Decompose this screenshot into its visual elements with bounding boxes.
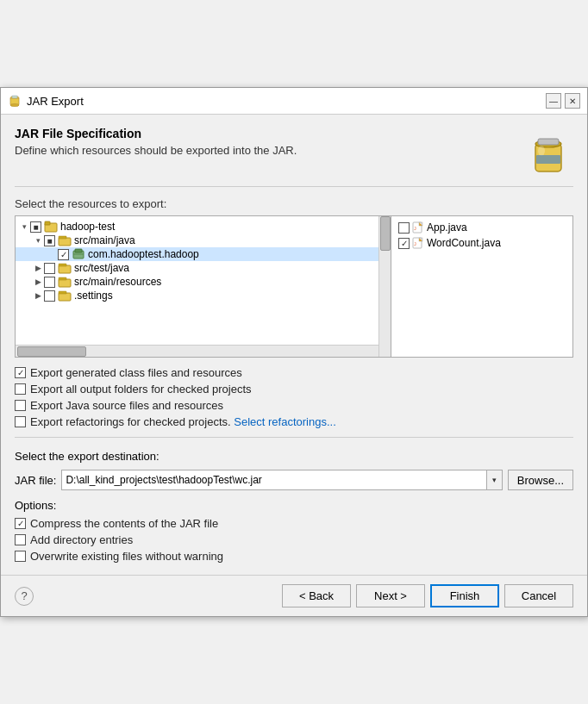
cb-src-test-java[interactable] <box>44 263 55 274</box>
cb-settings[interactable] <box>44 290 55 302</box>
cb-overwrite[interactable] <box>15 551 26 562</box>
folder-icon-settings <box>58 290 72 302</box>
label-compress: Compress the contents of the JAR file <box>30 517 218 530</box>
tree-item-src-main-java[interactable]: ▾ ■ src/main/java <box>16 234 378 247</box>
option-row-compress: ✓ Compress the contents of the JAR file <box>15 517 573 530</box>
tree-scrollbar-thumb-h[interactable] <box>17 346 86 357</box>
title-bar: JAR Export — ✕ <box>1 88 587 115</box>
next-button[interactable]: Next > <box>356 584 425 607</box>
svg-rect-20 <box>59 293 71 301</box>
option-row-2: Export all output folders for checked pr… <box>15 383 573 396</box>
header-area: JAR File Specification Define which reso… <box>15 127 573 187</box>
svg-point-2 <box>10 104 19 107</box>
tree-scrollbar-v[interactable] <box>378 216 391 357</box>
dialog-content: JAR File Specification Define which reso… <box>1 115 587 575</box>
cb-compress[interactable]: ✓ <box>15 518 26 529</box>
cb-src-main-java[interactable]: ■ <box>44 235 55 246</box>
chevron-hadoop-test: ▾ <box>19 221 29 232</box>
chevron-src-main-java: ▾ <box>33 235 43 246</box>
divider-1 <box>15 437 573 438</box>
close-button[interactable]: ✕ <box>565 93 580 109</box>
project-icon <box>44 221 58 233</box>
svg-rect-8 <box>536 155 560 164</box>
cb-export-output-folders[interactable] <box>15 383 26 395</box>
chevron-settings: ▶ <box>33 290 43 301</box>
jar-input-combo: ▾ <box>61 470 502 490</box>
option-row-3: Export Java source files and resources <box>15 399 573 412</box>
jar-title-icon <box>8 94 22 108</box>
tree-item-src-main-resources[interactable]: ▶ src/main/resources <box>16 275 378 289</box>
jar-export-window: JAR Export — ✕ JAR File Specification De… <box>0 87 588 617</box>
folder-icon-src-test-java <box>58 262 72 274</box>
page-subtitle: Define which resources should be exporte… <box>15 144 573 157</box>
cb-export-java-sources[interactable] <box>15 400 26 411</box>
tree-scrollbar-thumb-v[interactable] <box>380 216 391 251</box>
resources-panel: ▾ ■ hadoop-test ▾ <box>15 215 573 358</box>
option-row-1: ✓ Export generated class files and resou… <box>15 366 573 379</box>
svg-rect-14 <box>75 249 82 252</box>
browse-button[interactable]: Browse... <box>508 470 573 490</box>
tree-scrollbar-h[interactable] <box>16 345 378 357</box>
label-overwrite: Overwrite existing files without warning <box>30 550 223 563</box>
svg-text:J: J <box>414 241 416 246</box>
cancel-button[interactable]: Cancel <box>504 584 573 607</box>
tree-item-hadoop-test[interactable]: ▾ ■ hadoop-test <box>16 220 378 234</box>
jar-path-input[interactable] <box>62 470 485 489</box>
java-file-icon-app: J <box>412 221 424 234</box>
combo-dropdown-arrow[interactable]: ▾ <box>486 470 502 489</box>
cb-wordcount-java[interactable]: ✓ <box>398 238 410 249</box>
svg-rect-17 <box>59 264 66 266</box>
cb-dir-entries[interactable] <box>15 534 26 545</box>
label-export-refactorings: Export refactorings for checked projects… <box>30 415 234 428</box>
file-item-app-java[interactable]: J App.java <box>395 220 569 235</box>
jar-icon <box>522 127 573 178</box>
select-refactorings-link[interactable]: Select refactorings... <box>234 415 336 428</box>
svg-rect-21 <box>59 291 66 294</box>
svg-rect-7 <box>538 139 559 145</box>
window-title: JAR Export <box>27 95 84 108</box>
title-bar-controls: — ✕ <box>546 93 580 109</box>
cb-export-refactorings[interactable] <box>15 416 26 427</box>
folder-icon-src-main-java <box>58 234 72 246</box>
back-button[interactable]: < Back <box>282 584 351 607</box>
file-panel: J App.java ✓ J WordCount.java <box>391 216 572 357</box>
tree-item-com-hadooptest[interactable]: ✓ com.hadooptest.hadoop <box>16 247 378 261</box>
option-row-dir-entries: Add directory entries <box>15 533 573 546</box>
tree-item-src-test-java[interactable]: ▶ src/test/java <box>16 261 378 275</box>
cb-com-hadooptest[interactable]: ✓ <box>58 249 69 260</box>
tree-item-settings[interactable]: ▶ .settings <box>16 289 378 302</box>
export-options-section: ✓ Export generated class files and resou… <box>15 366 573 428</box>
file-item-wordcount-java[interactable]: ✓ J WordCount.java <box>395 235 569 251</box>
page-title: JAR File Specification <box>15 127 573 140</box>
options-section: Options: ✓ Compress the contents of the … <box>15 499 573 563</box>
help-button[interactable]: ? <box>15 587 34 606</box>
svg-point-6 <box>538 146 545 156</box>
label-settings: .settings <box>74 290 113 302</box>
chevron-src-test-java: ▶ <box>33 263 43 273</box>
minimize-button[interactable]: — <box>546 93 561 109</box>
export-dest-section: Select the export destination: JAR file:… <box>15 450 573 490</box>
label-app-java: App.java <box>427 221 467 234</box>
svg-rect-12 <box>59 236 66 239</box>
dest-label: Select the export destination: <box>15 450 573 463</box>
chevron-src-main-resources: ▶ <box>33 277 43 287</box>
package-icon <box>72 248 85 260</box>
cb-export-class-files[interactable]: ✓ <box>15 367 26 378</box>
footer-left: ? <box>15 587 34 606</box>
jar-icon-area <box>522 127 573 181</box>
svg-text:J: J <box>414 226 416 231</box>
label-dir-entries: Add directory entries <box>30 533 133 546</box>
folder-icon-src-main-resources <box>58 276 72 288</box>
svg-rect-19 <box>59 277 66 280</box>
cb-src-main-resources[interactable] <box>44 277 55 288</box>
label-hadoop-test: hadoop-test <box>60 221 115 233</box>
tree-scroll-area[interactable]: ▾ ■ hadoop-test ▾ <box>16 216 391 357</box>
label-export-output-folders: Export all output folders for checked pr… <box>30 383 252 396</box>
svg-rect-18 <box>59 279 71 287</box>
finish-button[interactable]: Finish <box>430 584 499 607</box>
label-export-class-files: Export generated class files and resourc… <box>30 366 242 379</box>
svg-rect-11 <box>59 238 71 246</box>
cb-app-java[interactable] <box>398 222 410 234</box>
cb-hadoop-test[interactable]: ■ <box>30 221 41 233</box>
resources-section: Select the resources to export: ▾ ■ <box>15 197 573 358</box>
